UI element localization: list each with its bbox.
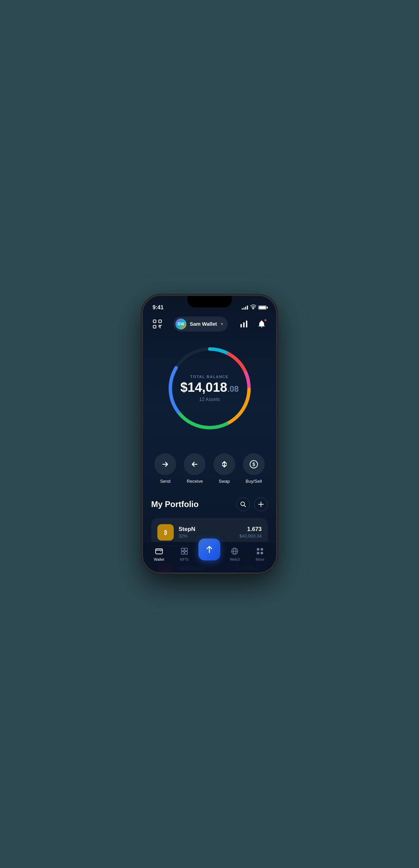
balance-center: TOTAL BALANCE $14,018.08 12 Assets	[175, 375, 244, 402]
signal-bar-4	[247, 306, 248, 310]
svg-text:$: $	[252, 462, 255, 467]
wallet-nav-icon	[155, 547, 163, 556]
signal-bar-2	[244, 308, 245, 310]
nav-web3[interactable]: Web3	[222, 545, 247, 561]
stepn-info: StepN 32%	[179, 526, 195, 539]
send-label: Send	[160, 479, 170, 484]
more-nav-icon	[256, 547, 264, 556]
signal-bar-1	[242, 308, 243, 310]
signal-bars-icon	[242, 306, 248, 310]
balance-label: TOTAL BALANCE	[175, 375, 244, 379]
more-nav-label: More	[256, 557, 264, 561]
add-portfolio-button[interactable]	[254, 497, 268, 511]
app-content[interactable]: SW Sam Wallet ▾	[143, 296, 276, 572]
nfts-nav-label: NFTs	[180, 557, 189, 561]
center-action-button[interactable]	[198, 539, 220, 560]
svg-rect-0	[153, 320, 156, 323]
notification-dot	[264, 319, 267, 322]
wallet-selector[interactable]: SW Sam Wallet ▾	[173, 316, 228, 332]
svg-rect-26	[156, 549, 162, 554]
battery-fill	[259, 306, 266, 309]
phone-frame: 9:41	[142, 295, 277, 573]
receive-label: Receive	[187, 479, 203, 484]
asset-row-stepn: ₿ StepN 32% 1.673 $43,003.34	[157, 524, 262, 541]
notifications-button[interactable]	[256, 318, 268, 330]
svg-rect-34	[257, 548, 259, 550]
svg-rect-35	[261, 548, 263, 550]
portfolio-header: My Portfolio	[151, 497, 268, 511]
bottom-nav: Wallet NFTs	[143, 542, 276, 572]
wallet-nav-label: Wallet	[154, 557, 164, 561]
signal-bar-3	[245, 307, 246, 310]
stepn-pct: 32%	[179, 533, 195, 539]
svg-rect-2	[153, 325, 156, 328]
action-buysell[interactable]: $ Buy/Sell	[242, 453, 266, 484]
nav-nfts[interactable]: NFTs	[172, 545, 197, 561]
actions-row: Send Receive Swap	[143, 446, 276, 494]
header-right	[238, 318, 268, 330]
portfolio-actions	[236, 497, 268, 511]
svg-rect-37	[261, 552, 263, 554]
action-receive[interactable]: Receive	[183, 453, 207, 484]
status-icons	[242, 305, 266, 310]
stats-button[interactable]	[238, 318, 250, 330]
search-portfolio-button[interactable]	[236, 497, 250, 511]
swap-label: Swap	[219, 479, 230, 484]
nav-center[interactable]	[197, 539, 222, 560]
scan-button[interactable]	[151, 318, 163, 330]
buysell-button[interactable]: $	[243, 453, 265, 475]
stepn-right: 1.673 $43,003.34	[239, 526, 262, 539]
balance-decimal: .08	[227, 384, 239, 393]
wallet-name: Sam Wallet	[190, 321, 217, 327]
buysell-label: Buy/Sell	[246, 479, 262, 484]
balance-ring: TOTAL BALANCE $14,018.08 12 Assets	[165, 344, 254, 433]
svg-rect-36	[257, 552, 259, 554]
stepn-name: StepN	[179, 526, 195, 533]
balance-section: TOTAL BALANCE $14,018.08 12 Assets	[143, 337, 276, 446]
svg-rect-7	[243, 322, 245, 327]
svg-rect-6	[240, 324, 242, 327]
svg-rect-27	[181, 548, 184, 551]
svg-rect-28	[185, 548, 187, 551]
nfts-nav-icon	[180, 547, 189, 556]
action-swap[interactable]: Swap	[212, 453, 236, 484]
svg-rect-1	[159, 320, 161, 323]
balance-amount: $14,018.08	[175, 381, 244, 394]
stepn-icon: ₿	[157, 524, 174, 541]
chevron-down-icon: ▾	[221, 322, 223, 326]
web3-nav-label: Web3	[230, 557, 240, 561]
balance-integer: $14,018	[180, 380, 227, 394]
svg-line-19	[244, 505, 246, 507]
svg-text:₿: ₿	[164, 530, 167, 535]
svg-rect-30	[185, 552, 187, 554]
action-send[interactable]: Send	[153, 453, 177, 484]
receive-button[interactable]	[184, 453, 206, 475]
send-button[interactable]	[154, 453, 176, 475]
wifi-icon	[250, 305, 256, 310]
stepn-amount: 1.673	[239, 526, 262, 533]
stepn-usd: $43,003.34	[239, 533, 262, 539]
web3-nav-icon	[230, 547, 239, 556]
nav-more[interactable]: More	[247, 545, 273, 561]
nav-wallet[interactable]: Wallet	[146, 545, 172, 561]
svg-rect-29	[181, 552, 184, 554]
asset-left-stepn: ₿ StepN 32%	[157, 524, 195, 541]
notch	[187, 296, 232, 308]
portfolio-title: My Portfolio	[151, 500, 199, 509]
swap-button[interactable]	[213, 453, 235, 475]
svg-rect-8	[246, 321, 247, 327]
balance-assets: 12 Assets	[175, 397, 244, 402]
battery-icon	[258, 306, 266, 310]
avatar: SW	[175, 319, 186, 329]
status-time: 9:41	[153, 305, 163, 311]
